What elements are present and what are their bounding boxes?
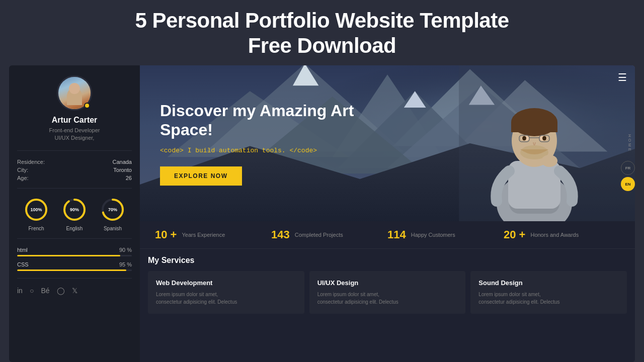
home-label: HOME — [627, 134, 632, 152]
skill-html-bar-bg — [17, 255, 132, 256]
hero-section: ☰ HOME Discover my Amazing Art Space! <c… — [140, 65, 635, 221]
stat-projects-label: Completed Projects — [295, 231, 343, 238]
twitter-icon[interactable]: 𝕏 — [72, 287, 77, 295]
english-label: English — [66, 226, 83, 231]
city-label: City: — [17, 167, 28, 173]
services-section: My Services Web Development Lorem ipsum … — [140, 249, 635, 362]
github-icon[interactable]: ◯ — [57, 287, 65, 295]
french-progress: 100% — [23, 197, 49, 223]
globe-icon[interactable]: ○ — [30, 287, 34, 295]
city-value: Toronto — [113, 167, 132, 173]
code-tag-close: </code> — [289, 147, 317, 154]
skill-css-name: CSS — [17, 261, 29, 267]
stat-awards: 20 + Honors and Awards — [504, 228, 620, 241]
services-grid: Web Development Lorem ipsum dolor sit am… — [148, 271, 627, 314]
lang-english: 90% English — [61, 197, 88, 231]
title-bar: 5 Personal Portfolio Website Template Fr… — [0, 0, 644, 65]
languages-section: 100% French 90% English — [17, 197, 132, 239]
service-card-sound: Sound Design Lorem ipsum dolor sit amet,… — [470, 271, 627, 314]
skill-css-pct: 95 % — [119, 261, 132, 267]
profile-name: Artur Carter — [52, 116, 98, 125]
uiux-title: UI/UX Design — [317, 279, 458, 287]
stat-awards-label: Honors and Awards — [530, 231, 579, 238]
stat-projects: 143 Completed Projects — [271, 228, 387, 241]
info-row-age: Age: 26 — [17, 175, 132, 181]
age-label: Age: — [17, 175, 29, 181]
hero-title: Discover my Amazing Art Space! — [160, 101, 371, 140]
svg-point-33 — [522, 136, 526, 141]
profile-section: Artur Carter Front-end Developer UI/UX D… — [17, 75, 132, 151]
info-section: Residence: Canada City: Toronto Age: 26 — [17, 159, 132, 189]
person-svg — [469, 73, 600, 221]
svg-rect-23 — [508, 161, 560, 209]
webdev-title: Web Development — [156, 279, 296, 287]
skill-html: html 90 % — [17, 247, 132, 256]
sidebar: Artur Carter Front-end Developer UI/UX D… — [9, 65, 140, 362]
stat-experience-number: 10 + — [155, 228, 177, 241]
stat-customers: 114 Happy Customers — [387, 228, 504, 241]
explore-button[interactable]: EXPLORE NOW — [160, 166, 242, 186]
service-card-webdev: Web Development Lorem ipsum dolor sit am… — [148, 271, 304, 314]
hero-subtitle-text: I build automation tools. — [188, 147, 290, 154]
hero-subtitle: <code> I build automation tools. </code> — [160, 147, 371, 154]
lang-french: 100% French — [23, 197, 49, 231]
skill-css: CSS 95 % — [17, 261, 132, 271]
stat-customers-label: Happy Customers — [411, 231, 455, 238]
lang-en-button[interactable]: EN — [621, 177, 635, 191]
skill-html-pct: 90 % — [119, 247, 132, 253]
info-row-city: City: Toronto — [17, 167, 132, 173]
linkedin-icon[interactable]: in — [17, 287, 23, 295]
svg-point-36 — [541, 155, 557, 167]
sound-desc: Lorem ipsum dolor sit amet,consectetur a… — [478, 291, 619, 306]
stat-awards-number: 20 + — [504, 228, 525, 241]
residence-value: Canada — [112, 159, 132, 165]
stat-experience: 10 + Years Experience — [155, 228, 271, 241]
english-percent: 90% — [70, 207, 79, 212]
behance-icon[interactable]: Bé — [41, 287, 49, 295]
online-indicator — [84, 103, 90, 109]
stat-projects-number: 143 — [271, 228, 290, 241]
stat-customers-number: 114 — [387, 228, 406, 241]
webdev-desc: Lorem ipsum dolor sit amet,consectetur a… — [156, 291, 296, 306]
spanish-percent: 70% — [108, 207, 117, 212]
social-section: in ○ Bé ◯ 𝕏 — [17, 287, 132, 295]
lang-spanish: 70% Spanish — [100, 197, 126, 231]
services-title: My Services — [148, 256, 627, 265]
skills-section: html 90 % CSS 95 % — [17, 247, 132, 279]
residence-label: Residence: — [17, 159, 45, 165]
sound-title: Sound Design — [478, 279, 619, 287]
skill-html-name: html — [17, 247, 28, 253]
hamburger-icon[interactable]: ☰ — [618, 71, 627, 83]
profile-title: Front-end Developer UI/UX Designer, — [49, 127, 100, 142]
avatar-container — [57, 75, 92, 111]
svg-rect-27 — [511, 122, 557, 132]
spanish-label: Spanish — [104, 226, 122, 231]
skill-css-bar-bg — [17, 269, 132, 271]
french-percent: 100% — [30, 207, 42, 212]
hero-content: Discover my Amazing Art Space! <code> I … — [160, 101, 371, 186]
main-content: Artur Carter Front-end Developer UI/UX D… — [9, 65, 635, 362]
page-title: 5 Personal Portfolio Website Template Fr… — [135, 8, 509, 59]
skill-html-bar-fill — [17, 255, 120, 256]
stats-bar: 10 + Years Experience 143 Completed Proj… — [140, 221, 635, 249]
code-tag-open: <code> — [160, 147, 184, 154]
main-panel: ☰ HOME Discover my Amazing Art Space! <c… — [140, 65, 635, 362]
spanish-progress: 70% — [100, 197, 126, 223]
french-label: French — [28, 226, 44, 231]
service-card-uiux: UI/UX Design Lorem ipsum dolor sit amet,… — [309, 271, 466, 314]
skill-css-bar-fill — [17, 269, 126, 271]
hero-person-image — [469, 73, 600, 221]
lang-fr-button[interactable]: FR — [621, 161, 635, 175]
svg-point-34 — [542, 136, 546, 141]
age-value: 26 — [126, 175, 132, 181]
language-switcher: FR EN — [621, 161, 635, 191]
stat-experience-label: Years Experience — [182, 231, 225, 238]
hero-nav: ☰ — [618, 71, 627, 83]
info-row-residence: Residence: Canada — [17, 159, 132, 165]
uiux-desc: Lorem ipsum dolor sit amet,consectetur a… — [317, 291, 458, 306]
english-progress: 90% — [61, 197, 88, 223]
